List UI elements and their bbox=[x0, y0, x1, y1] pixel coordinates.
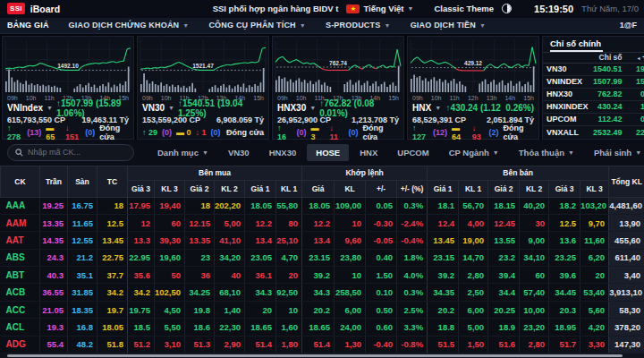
price-cell[interactable]: 22.95 bbox=[128, 249, 155, 266]
price-cell[interactable]: 25,10 bbox=[276, 232, 302, 249]
language-selector[interactable]: ★ Tiếng Việt ▼ bbox=[346, 4, 413, 13]
price-cell[interactable]: 13.4 bbox=[302, 232, 335, 249]
price-cell[interactable]: -0.05 bbox=[366, 232, 397, 249]
price-cell[interactable]: 23.15 bbox=[428, 249, 459, 266]
sidebar-index-row-upcom[interactable]: UPCOM 112.42 0.62 bbox=[543, 114, 644, 126]
price-cell[interactable]: 2,80 bbox=[459, 267, 488, 284]
col-change-pager[interactable]: ◂ +/- ▸ bbox=[623, 53, 644, 62]
price-cell[interactable]: 12 bbox=[128, 214, 155, 231]
chevron-down-icon[interactable]: ▼ bbox=[168, 105, 174, 111]
price-cell[interactable]: 36 bbox=[185, 267, 215, 284]
price-cell[interactable]: 12.4 bbox=[428, 214, 459, 231]
symbol-search[interactable] bbox=[7, 144, 134, 161]
price-cell[interactable]: 18.1 bbox=[428, 197, 459, 214]
price-cell[interactable]: 11,60 bbox=[580, 232, 609, 249]
price-cell[interactable]: 4,50 bbox=[155, 301, 185, 318]
price-cell[interactable]: 30 bbox=[520, 214, 549, 231]
price-cell[interactable]: 13.35 bbox=[185, 232, 215, 249]
price-cell[interactable]: 34.25 bbox=[185, 284, 215, 301]
price-cell[interactable]: -0.40 bbox=[366, 336, 397, 353]
chevron-down-icon[interactable]: ▼ bbox=[309, 105, 316, 111]
tab-phai-sinh[interactable]: Phái sinh▼ bbox=[585, 144, 644, 161]
price-cell[interactable]: 23.05 bbox=[245, 249, 276, 266]
price-cell[interactable]: 102,50 bbox=[155, 284, 185, 301]
price-cell[interactable]: 23 bbox=[185, 249, 215, 266]
sidebar-index-row-vnxall[interactable]: VNXALL 2532.49 22.69 bbox=[543, 126, 644, 139]
price-cell[interactable]: 10 bbox=[335, 267, 366, 284]
price-cell[interactable]: 3,10 bbox=[155, 336, 185, 353]
price-cell[interactable]: 4.0% bbox=[397, 267, 428, 284]
ticker-cell[interactable]: ACC bbox=[1, 301, 40, 318]
price-cell[interactable]: 13.55 bbox=[488, 232, 520, 249]
price-cell[interactable]: 24,00 bbox=[335, 319, 366, 336]
price-cell[interactable]: 34.3 bbox=[302, 284, 335, 301]
sidebar-index-row-hnx30[interactable]: HNX30 762.82 0.08 bbox=[543, 89, 644, 101]
price-cell[interactable]: 5,00 bbox=[459, 319, 488, 336]
index-name[interactable]: VNIndex bbox=[7, 103, 43, 113]
price-cell[interactable]: 0.10 bbox=[366, 284, 397, 301]
price-cell[interactable]: 9,70 bbox=[580, 214, 609, 231]
price-cell[interactable]: 20 bbox=[245, 301, 276, 318]
price-cell[interactable]: 18.65 bbox=[245, 319, 276, 336]
price-cell[interactable]: 6,00 bbox=[459, 301, 488, 318]
price-cell[interactable]: 23,20 bbox=[520, 319, 549, 336]
price-cell[interactable]: 92,50 bbox=[276, 284, 302, 301]
price-cell[interactable]: -0.8% bbox=[397, 336, 428, 353]
price-cell[interactable]: 60 bbox=[520, 267, 549, 284]
price-cell[interactable]: 3,30 bbox=[580, 336, 609, 353]
price-cell[interactable]: 202,20 bbox=[215, 197, 245, 214]
price-cell[interactable]: 51.7 bbox=[549, 336, 580, 353]
price-cell[interactable]: 9,00 bbox=[520, 232, 549, 249]
price-cell[interactable]: 12.15 bbox=[185, 214, 215, 231]
price-cell[interactable]: 13.4 bbox=[245, 232, 276, 249]
price-cell[interactable]: 3.3% bbox=[397, 319, 428, 336]
price-cell[interactable]: 5,00 bbox=[215, 214, 245, 231]
price-cell[interactable]: 19,40 bbox=[155, 197, 185, 214]
price-cell[interactable]: 18.95 bbox=[549, 319, 580, 336]
price-cell[interactable]: 18.6 bbox=[185, 319, 215, 336]
price-cell[interactable]: 39,30 bbox=[155, 232, 185, 249]
price-cell[interactable]: 34.45 bbox=[549, 284, 580, 301]
price-cell[interactable]: 23.2 bbox=[488, 249, 520, 266]
price-cell[interactable]: -0.30 bbox=[366, 214, 397, 231]
price-cell[interactable]: 13.6 bbox=[549, 232, 580, 249]
tab-vn30[interactable]: VN30 bbox=[219, 144, 258, 161]
price-cell[interactable]: 18.65 bbox=[302, 319, 335, 336]
chevron-down-icon[interactable]: ▼ bbox=[435, 105, 441, 111]
price-cell[interactable]: 20 bbox=[276, 267, 302, 284]
index-name[interactable]: VN30 bbox=[142, 103, 165, 113]
price-cell[interactable]: 1,60 bbox=[276, 319, 302, 336]
price-cell[interactable]: 18.5 bbox=[128, 319, 155, 336]
price-cell[interactable]: 23,80 bbox=[335, 249, 366, 266]
price-cell[interactable]: 2,80 bbox=[520, 336, 549, 353]
price-cell[interactable]: 5,60 bbox=[580, 301, 609, 318]
ticker-cell[interactable]: ACB bbox=[1, 284, 40, 301]
price-cell[interactable]: 18.15 bbox=[488, 197, 520, 214]
price-cell[interactable]: 34.35 bbox=[428, 284, 459, 301]
price-cell[interactable]: 20.3 bbox=[549, 301, 580, 318]
price-cell[interactable]: 19,00 bbox=[459, 232, 488, 249]
tab-upcom[interactable]: UPCOM bbox=[388, 144, 437, 161]
price-cell[interactable]: 12.45 bbox=[488, 214, 520, 231]
price-cell[interactable]: 19,60 bbox=[155, 249, 185, 266]
price-cell[interactable]: 0.40 bbox=[366, 249, 397, 266]
price-cell[interactable]: 55,80 bbox=[276, 197, 302, 214]
price-cell[interactable]: 80 bbox=[276, 214, 302, 231]
price-cell[interactable]: 20 bbox=[580, 267, 609, 284]
menu-item-giao-dich-tien[interactable]: GIAO DỊCH TIỀN▼ bbox=[411, 21, 486, 30]
price-cell[interactable]: 2,90 bbox=[215, 336, 245, 353]
price-cell[interactable]: 19.75 bbox=[128, 301, 155, 318]
price-cell[interactable]: 18.2 bbox=[549, 197, 580, 214]
price-cell[interactable]: 56,70 bbox=[459, 197, 488, 214]
price-cell[interactable]: -2.4% bbox=[397, 214, 428, 231]
price-cell[interactable]: 19.8 bbox=[185, 301, 215, 318]
ticker-cell[interactable]: ABT bbox=[1, 267, 40, 284]
tab-main-indices[interactable]: Chỉ số chính bbox=[550, 37, 603, 52]
price-cell[interactable]: 1,50 bbox=[459, 336, 488, 353]
price-cell[interactable]: 34,10 bbox=[520, 249, 549, 266]
price-cell[interactable]: 4,70 bbox=[276, 249, 302, 266]
price-cell[interactable]: 1,80 bbox=[276, 336, 302, 353]
price-cell[interactable]: 51.6 bbox=[488, 336, 520, 353]
price-cell[interactable]: 53,40 bbox=[580, 284, 609, 301]
price-cell[interactable]: 51.2 bbox=[128, 336, 155, 353]
